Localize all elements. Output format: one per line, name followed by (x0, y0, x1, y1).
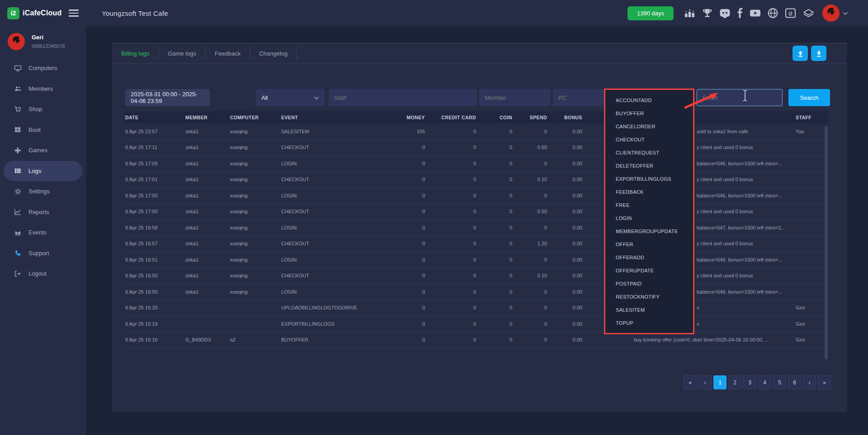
page-button-»[interactable]: » (818, 375, 831, 389)
cell-event: BUYOFFER (281, 332, 385, 348)
dropdown-item-cancelorder[interactable]: CANCELORDER (605, 120, 693, 133)
dropdown-item-free[interactable]: FREE (605, 198, 693, 211)
cell-staff: Geri (796, 332, 828, 348)
sidebar-item-settings[interactable]: Settings (0, 181, 86, 202)
user-avatar (8, 33, 25, 50)
cell-coin: 0 (476, 284, 512, 300)
cell-member: zeka1 (185, 284, 230, 300)
page-button-4[interactable]: 4 (758, 375, 771, 389)
chevron-down-icon[interactable] (843, 9, 848, 17)
date-range-picker[interactable]: 2025-03-31 00:00 - 2025-04-06 23:59 (125, 89, 210, 106)
cell-member: zeka1 (185, 172, 230, 188)
ranking-icon[interactable] (684, 7, 696, 19)
dropdown-item-offer[interactable]: OFFER (605, 238, 693, 251)
sidebar-item-support[interactable]: Support (0, 243, 86, 264)
layers-icon[interactable] (802, 7, 815, 19)
tab-changelog[interactable]: Changelog (250, 43, 297, 63)
facebook-icon[interactable] (736, 7, 744, 19)
page-button-«[interactable]: « (684, 375, 697, 389)
page-button-3[interactable]: 3 (743, 375, 756, 389)
sidebar-item-computers[interactable]: Computers (0, 58, 86, 79)
table-row: 6 Apr 25 15:19EXPORTBILLINGLOGS00000.00v… (125, 316, 828, 332)
dropdown-item-offerupdate[interactable]: OFFERUPDATE (605, 264, 693, 277)
select-chevron-down-icon (314, 94, 319, 101)
column-header-member: MEMBER (185, 111, 230, 123)
table-row: 6 Apr 25 16:50zeka1xueqingCHECKOUT0000.1… (125, 268, 828, 284)
dropdown-item-feedback[interactable]: FEEDBACK (605, 185, 693, 198)
upload-button[interactable] (793, 46, 808, 61)
page-button-‹[interactable]: ‹ (698, 375, 712, 389)
sidebar-nav: ComputersMembersShopBootGamesLogsSetting… (0, 58, 86, 284)
cell-spend: 0 (512, 155, 547, 172)
sidebar-item-reports[interactable]: Reports (0, 202, 86, 223)
cell-coin: 0 (476, 204, 512, 220)
dropdown-item-login[interactable]: LOGIN (605, 211, 693, 225)
table-scrollbar[interactable] (825, 126, 828, 360)
page-button-6[interactable]: 6 (788, 375, 801, 389)
cell-spend: 0 (512, 300, 547, 316)
account-avatar[interactable] (822, 5, 840, 22)
sidebar-item-label: Members (28, 85, 53, 92)
cell-money: 0 (385, 316, 425, 332)
member-input[interactable] (479, 89, 551, 106)
cell-staff (796, 187, 828, 204)
cell-date: 6 Apr 25 17:01 (125, 172, 185, 188)
search-button[interactable]: Search (788, 89, 830, 106)
page-button-›[interactable]: › (803, 375, 816, 389)
globe-icon[interactable] (767, 7, 779, 19)
sidebar-item-shop[interactable]: Shop (0, 99, 86, 120)
boot-icon (14, 126, 22, 133)
sidebar-item-members[interactable]: Members (0, 79, 86, 99)
cell-credit_card: 0 (425, 300, 476, 316)
tab-game-logs[interactable]: Game logs (159, 43, 205, 63)
logo[interactable]: i2 iCafeCloud (0, 0, 86, 26)
sidebar-item-events[interactable]: Events (0, 222, 86, 243)
dropdown-item-salesitem[interactable]: SALESITEM (605, 303, 693, 316)
cell-date: 6 Apr 25 17:11 (125, 140, 185, 156)
cell-date: 6 Apr 25 16:50 (125, 268, 185, 284)
sidebar-item-games[interactable]: Games (0, 140, 86, 161)
log-type-select[interactable]: All (256, 89, 325, 106)
sidebar-item-boot[interactable]: Boot (0, 120, 86, 140)
sidebar-item-logs[interactable]: Logs (4, 161, 82, 182)
dropdown-item-clientrequest[interactable]: CLIENTREQUEST (605, 146, 693, 159)
dropdown-item-restocknotify[interactable]: RESTOCKNOTIFY (605, 290, 693, 303)
download-button[interactable] (811, 46, 826, 61)
discord-icon[interactable] (719, 7, 731, 19)
cell-credit_card: 0 (425, 284, 476, 300)
cell-event: LOGIN (281, 155, 385, 172)
dropdown-item-topup[interactable]: TOPUP (605, 316, 693, 329)
tab-feedback[interactable]: Feedback (206, 43, 250, 63)
cell-credit_card: 0 (425, 140, 476, 156)
staff-input[interactable] (329, 89, 477, 106)
trophy-icon[interactable] (701, 7, 713, 19)
cell-money: 0 (385, 204, 425, 220)
page-button-2[interactable]: 2 (728, 375, 741, 389)
tab-billing-logs[interactable]: Billing logs (112, 43, 158, 63)
dropdown-item-exportbillinglogs[interactable]: EXPORTBILLINGLOGS (605, 172, 693, 185)
dropdown-item-postpaid[interactable]: POSTPAID (605, 277, 693, 290)
user-profile[interactable]: Geri 008612345678 (0, 26, 86, 55)
cell-date: 6 Apr 25 16:57 (125, 236, 185, 252)
cell-staff (796, 220, 828, 236)
column-header-event: EVENT (281, 111, 385, 123)
cell-date: 6 Apr 25 23:57 (125, 123, 185, 140)
page-button-1[interactable]: 1 (713, 375, 726, 389)
logout-icon (14, 270, 22, 277)
dropdown-item-membergroupupdate[interactable]: MEMBERGROUPUPDATE (605, 225, 693, 238)
cell-coin: 0 (476, 300, 512, 316)
sidebar-item-logout[interactable]: Logout (0, 263, 86, 284)
license-days-badge[interactable]: 1390 days (627, 6, 674, 20)
menu-toggle-icon[interactable] (69, 9, 79, 19)
event-type-dropdown: ACCOUNTADDBUYOFFERCANCELORDERCHECKOUTCLI… (604, 89, 694, 334)
cell-date: 6 Apr 25 17:09 (125, 155, 185, 172)
dropdown-item-checkout[interactable]: CHECKOUT (605, 133, 693, 146)
cell-member: G_B49DD3 (185, 332, 230, 348)
youtube-icon[interactable] (749, 7, 761, 19)
dropdown-item-offeradd[interactable]: OFFERADD (605, 251, 693, 264)
cell-member: zeka1 (185, 268, 230, 284)
page-button-5[interactable]: 5 (773, 375, 786, 389)
cell-bonus: 0.00 (547, 268, 582, 284)
i2-badge-icon[interactable]: i2 (784, 7, 797, 19)
dropdown-item-deleteoffer[interactable]: DELETEOFFER (605, 159, 693, 172)
